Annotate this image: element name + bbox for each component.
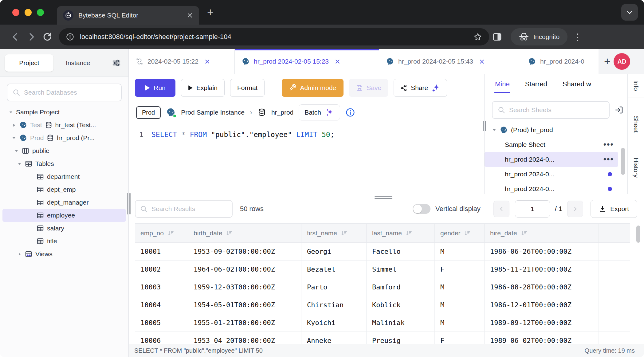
tree-item-public[interactable]: public [2, 144, 126, 157]
caret-down-icon[interactable] [492, 128, 497, 132]
browser-tab[interactable]: Bytebase SQL Editor [57, 6, 199, 25]
table-cell[interactable]: 1954-05-01T00:00:00Z [188, 296, 301, 314]
column-header-hire_date[interactable]: hire_date [485, 224, 599, 242]
table-cell[interactable]: 10006 [135, 332, 188, 344]
sheet-menu-icon[interactable]: ••• [603, 143, 618, 147]
search-databases-input[interactable]: Search Databases [7, 84, 122, 101]
horizontal-resize-handle[interactable] [375, 196, 392, 200]
table-row[interactable]: 100041954-05-01T00:00:00ZChirstianKoblic… [135, 296, 630, 314]
table-cell[interactable]: Bezalel [301, 261, 367, 278]
table-cell[interactable]: 1985-11-21T00:00:00Z [485, 261, 599, 278]
next-page-button[interactable] [567, 201, 583, 217]
table-cell[interactable]: Bamford [367, 278, 435, 296]
collapse-panel-icon[interactable] [615, 105, 624, 115]
sheet-group[interactable]: (Prod) hr_prod [485, 123, 618, 137]
tree-item-views[interactable]: Views [2, 248, 126, 261]
sheets-tab-starred[interactable]: Starred [524, 75, 548, 93]
tree-item-department[interactable]: department [2, 170, 126, 183]
table-cell[interactable]: Simmel [367, 261, 435, 278]
search-results-input[interactable]: Search Results [135, 200, 233, 218]
tree-item-sample-project[interactable]: Sample Project [2, 106, 126, 119]
close-icon[interactable] [479, 59, 485, 65]
instance-name[interactable]: Prod Sample Instance [181, 109, 245, 116]
table-cell[interactable]: M [435, 296, 485, 314]
table-cell[interactable]: 1959-12-03T00:00:00Z [188, 278, 301, 296]
page-number-input[interactable]: 1 [515, 200, 550, 218]
reload-button[interactable] [39, 29, 55, 45]
sheets-tab-shared-w[interactable]: Shared w [562, 75, 592, 93]
tab-search-chevron-button[interactable] [621, 4, 638, 21]
rail-tab-history[interactable]: History [632, 151, 640, 184]
caret-right-icon[interactable] [12, 123, 16, 128]
save-button[interactable]: Save [349, 79, 388, 97]
info-circle-icon[interactable] [345, 108, 355, 117]
editor-tab-4[interactable]: hr_prod 2024-0 [521, 49, 599, 74]
table-cell[interactable]: 1986-06-26T00:00:00Z [485, 243, 599, 260]
sheet-item-3[interactable]: hr_prod 2024-0... [485, 167, 618, 182]
site-info-icon[interactable] [66, 33, 74, 41]
tree-item-employee[interactable]: employee [2, 209, 126, 222]
column-header-emp_no[interactable]: emp_no [135, 224, 188, 242]
user-avatar[interactable]: AD [614, 53, 630, 70]
database-name[interactable]: hr_prod [271, 109, 293, 116]
tree-item-title[interactable]: title [2, 235, 126, 248]
table-cell[interactable]: 10004 [135, 296, 188, 314]
tree-item-dept_manager[interactable]: dept_manager [2, 196, 126, 209]
table-cell[interactable]: 1986-08-28T00:00:00Z [485, 278, 599, 296]
sort-icon[interactable] [520, 230, 528, 237]
tree-item-dept_emp[interactable]: dept_emp [2, 183, 126, 196]
table-cell[interactable]: M [435, 314, 485, 332]
new-tab-button[interactable]: + [207, 7, 214, 18]
table-cell[interactable]: F [435, 261, 485, 278]
close-icon[interactable] [335, 59, 340, 65]
table-cell[interactable]: M [435, 278, 485, 296]
side-panel-icon[interactable] [489, 29, 505, 45]
format-button[interactable]: Format [230, 79, 265, 97]
sql-editor[interactable]: 1 SELECT * FROM "public"."employee" LIMI… [129, 123, 484, 194]
caret-down-icon[interactable] [9, 110, 13, 115]
run-button[interactable]: Run [135, 79, 175, 97]
maximize-window-button[interactable] [37, 9, 44, 16]
table-cell[interactable]: Maliniak [367, 314, 435, 332]
table-cell[interactable]: 1989-09-12T00:00:00Z [485, 314, 599, 332]
table-cell[interactable]: Koblick [367, 296, 435, 314]
table-cell[interactable]: Preusig [367, 332, 435, 344]
close-icon[interactable] [204, 59, 210, 65]
caret-down-icon[interactable] [14, 149, 19, 153]
batch-button[interactable]: Batch [299, 104, 340, 120]
table-row[interactable]: 100021964-06-02T00:00:00ZBezalelSimmelF1… [135, 261, 630, 278]
new-sheet-button[interactable]: + [604, 56, 611, 67]
sheet-item-1[interactable]: Sample Sheet••• [485, 137, 618, 152]
caret-down-icon[interactable] [12, 136, 16, 140]
close-tab-icon[interactable] [187, 12, 193, 18]
tree-item-Test-hr_test-test[interactable]: Testhr_test (Test... [2, 119, 126, 131]
table-cell[interactable]: 10003 [135, 278, 188, 296]
sheet-menu-icon[interactable]: ••• [603, 157, 618, 162]
sheet-item-2[interactable]: hr_prod 2024-0...••• [485, 152, 618, 167]
table-cell[interactable]: 1964-06-02T00:00:00Z [188, 261, 301, 278]
table-cell[interactable]: Chirstian [301, 296, 367, 314]
column-header-gender[interactable]: gender [435, 224, 485, 242]
table-cell[interactable]: Kyoichi [301, 314, 367, 332]
admin-mode-button[interactable]: Admin mode [282, 79, 344, 97]
table-row[interactable]: 100011953-09-02T00:00:00ZGeorgiFacelloM1… [135, 243, 630, 261]
share-button[interactable]: Share [394, 79, 447, 97]
table-cell[interactable]: 10002 [135, 261, 188, 278]
sort-icon[interactable] [340, 230, 348, 237]
export-button[interactable]: Export [591, 200, 637, 218]
table-cell[interactable]: Facello [367, 243, 435, 260]
tree-item-Prod-hr_prod-pr[interactable]: Prodhr_prod (Pr... [2, 131, 126, 144]
minimize-window-button[interactable] [25, 9, 32, 16]
tree-item-salary[interactable]: salary [2, 222, 126, 235]
sheets-tab-mine[interactable]: Mine [494, 75, 510, 93]
back-button[interactable] [7, 29, 23, 45]
table-cell[interactable]: M [435, 243, 485, 260]
sheet-list-scrollbar[interactable] [621, 148, 625, 175]
editor-tab-3[interactable]: hr_prod 2024-02-05 15:43 [379, 49, 521, 74]
sidebar-resize-handle[interactable] [127, 193, 131, 214]
table-cell[interactable]: 1953-09-02T00:00:00Z [188, 243, 301, 260]
table-cell[interactable]: 1953-04-20T00:00:00Z [188, 332, 301, 344]
filter-sliders-icon[interactable] [112, 58, 121, 68]
tree-item-tables[interactable]: Tables [2, 157, 126, 170]
table-cell[interactable]: Parto [301, 278, 367, 296]
